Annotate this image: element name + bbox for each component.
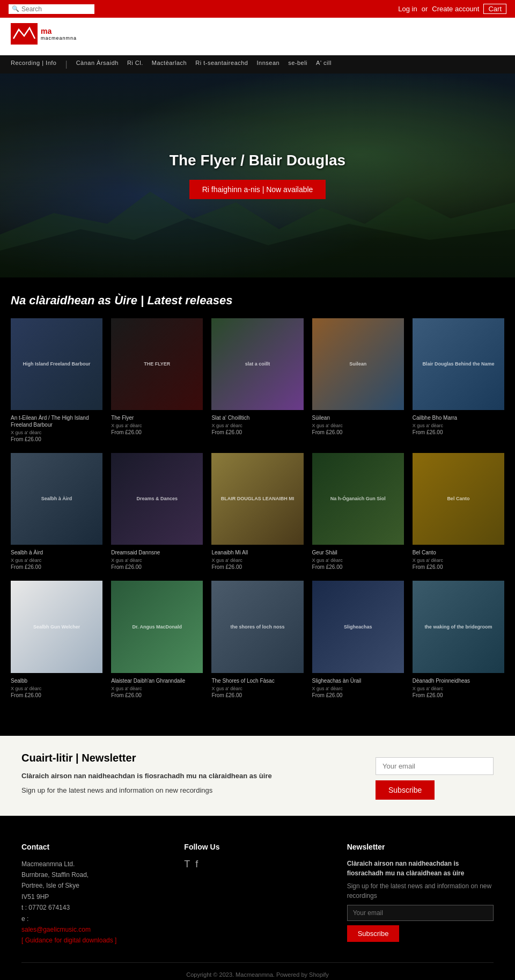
product-card[interactable]: Na h-Óganaich Gun SiolGeur ShàilX gus a'…: [312, 453, 404, 570]
products-grid-row3: Sealbh Gun WelcherSealbbX gus a' dèarcFr…: [11, 581, 504, 698]
nav-separator-1: |: [65, 60, 67, 69]
hero-section: The Flyer / Blair Douglas Ri fhaighinn a…: [0, 74, 515, 277]
footer-contact-heading: Contact: [21, 843, 168, 851]
footer-address1: Burnbrae, Staffin Road,: [21, 869, 168, 880]
newsletter-mid-title: Cuairt-litir | Newsletter: [21, 752, 272, 764]
product-image: the waking of the bridegroom: [413, 581, 504, 672]
logo-box: [11, 23, 38, 45]
product-card[interactable]: Bel CantoBel CantoX gus a' dèarcFrom £26…: [413, 453, 504, 570]
product-card[interactable]: the waking of the bridegroomDèanadh Proi…: [413, 581, 504, 698]
products-grid-row2: Sealbh à ÀirdSealbh à ÀirdX gus a' dèarc…: [11, 453, 504, 570]
nav-item-mactearlach[interactable]: Mactèarlach: [152, 60, 187, 69]
product-meta: X gus a' dèarc: [11, 558, 102, 563]
hero-title: The Flyer / Blair Douglas: [170, 152, 345, 169]
product-meta: X gus a' dèarc: [211, 423, 303, 428]
product-meta: X gus a' dèarc: [11, 430, 102, 435]
product-image: Sligheachas: [312, 581, 404, 672]
product-card[interactable]: SuileanSùileanX gus a' dèarcFrom £26.00: [312, 318, 404, 442]
product-meta: X gus a' dèarc: [211, 686, 303, 691]
product-card[interactable]: THE FLYERThe FlyerX gus a' dèarcFrom £26…: [111, 318, 203, 442]
twitter-icon[interactable]: T: [184, 859, 190, 870]
footer-email: e : sales@gaelicmusic.com: [21, 913, 168, 935]
product-name: Dreamsaid Dannsne: [111, 549, 203, 556]
product-card[interactable]: Sealbh Gun WelcherSealbbX gus a' dèarcFr…: [11, 581, 102, 698]
product-card[interactable]: Dreams & DancesDreamsaid DannsneX gus a'…: [111, 453, 203, 570]
product-name: Alaistear Daibh'an Ghranndaile: [111, 677, 203, 684]
footer-follow: Follow Us T f: [184, 843, 330, 946]
nav-item-canan[interactable]: Cànan Àrsaidh: [76, 60, 119, 69]
footer-digital-link[interactable]: [ Guidance for digital downloads ]: [21, 935, 168, 946]
footer-contact: Contact Macmeanmna Ltd. Burnbrae, Staffi…: [21, 843, 168, 946]
product-price: From £26.00: [111, 429, 203, 435]
newsletter-mid-text: Cuairt-litir | Newsletter Clàraich airso…: [21, 752, 272, 796]
main-nav: Recording | Info | Cànan Àrsaidh Ri Cl. …: [0, 55, 515, 74]
product-name: Sùilean: [312, 414, 404, 421]
search-form[interactable]: 🔍: [9, 4, 94, 14]
product-name: An t-Eilean Àrd / The High Island Freela…: [11, 414, 102, 428]
product-card[interactable]: Sealbh à ÀirdSealbh à ÀirdX gus a' dèarc…: [11, 453, 102, 570]
product-meta: X gus a' dèarc: [312, 558, 404, 563]
newsletter-mid-subscribe-button[interactable]: Subscribe: [376, 780, 435, 800]
product-meta: X gus a' dèarc: [312, 423, 404, 428]
product-name: The Shores of Loch Fàsac: [211, 677, 303, 684]
footer-email-link[interactable]: sales@gaelicmusic.com: [21, 924, 168, 935]
search-input[interactable]: [21, 5, 91, 13]
cart-button[interactable]: Cart: [483, 4, 506, 14]
product-card[interactable]: Blair Douglas Behind the NameCailbhe Bho…: [413, 318, 504, 442]
product-price: From £26.00: [211, 692, 303, 698]
product-card[interactable]: slat a coilltSlat a' ChoilltichX gus a' …: [211, 318, 303, 442]
nav-item-ri-cl[interactable]: Ri Cl.: [127, 60, 143, 69]
social-icons: T f: [184, 859, 330, 870]
footer-newsletter-email-input[interactable]: [347, 905, 494, 921]
product-image: BLAIR DOUGLAS LEANAIBH MI: [211, 453, 303, 545]
footer-follow-heading: Follow Us: [184, 843, 330, 851]
footer-newsletter-subscribe-button[interactable]: Subscribe: [347, 925, 400, 942]
footer-bottom: Copyright © 2023. Macmeanmna. Powered by…: [21, 962, 494, 980]
product-meta: X gus a' dèarc: [413, 558, 504, 563]
footer-address2: Portree, Isle of Skye: [21, 880, 168, 891]
nav-item-recording[interactable]: Recording | Info: [11, 60, 56, 69]
login-link[interactable]: Log in: [398, 5, 417, 13]
product-image: Dr. Angus MacDonald: [111, 581, 203, 672]
product-name: Cailbhe Bho Marra: [413, 414, 504, 421]
logo-svg: [11, 25, 38, 42]
product-price: From £26.00: [11, 564, 102, 570]
nav-item-se-beli[interactable]: se-beli: [288, 60, 307, 69]
search-icon: 🔍: [12, 5, 19, 12]
footer-newsletter-english: Sign up for the latest news and informat…: [347, 881, 494, 901]
facebook-icon[interactable]: f: [195, 859, 198, 870]
product-name: Sealbh à Àird: [11, 549, 102, 556]
product-name: Dèanadh Proinneidheas: [413, 677, 504, 684]
product-price: From £26.00: [11, 436, 102, 442]
product-name: Bel Canto: [413, 549, 504, 556]
product-meta: X gus a' dèarc: [11, 686, 102, 691]
product-price: From £26.00: [211, 429, 303, 435]
product-card[interactable]: BLAIR DOUGLAS LEANAIBH MILeanaibh Mi All…: [211, 453, 303, 570]
nav-item-a-cill[interactable]: A' cill: [316, 60, 332, 69]
product-card[interactable]: High Island Freeland BarbourAn t-Eilean …: [11, 318, 102, 442]
product-name: Sligheachas àn Ùrail: [312, 677, 404, 684]
product-price: From £26.00: [111, 564, 203, 570]
footer-newsletter-gaelic: Clàraich airson nan naidheachdan is fios…: [347, 859, 494, 878]
nav-item-innsean[interactable]: Innsean: [257, 60, 280, 69]
hero-content: The Flyer / Blair Douglas Ri fhaighinn a…: [170, 152, 345, 199]
product-image: High Island Freeland Barbour: [11, 318, 102, 410]
product-image: Na h-Óganaich Gun Siol: [312, 453, 404, 545]
or-text: or: [422, 5, 428, 13]
product-card[interactable]: SligheachasSligheachas àn ÙrailX gus a' …: [312, 581, 404, 698]
create-account-link[interactable]: Create account: [432, 5, 479, 13]
product-price: From £26.00: [413, 692, 504, 698]
product-card[interactable]: Dr. Angus MacDonaldAlaistear Daibh'an Gh…: [111, 581, 203, 698]
product-meta: X gus a' dèarc: [111, 423, 203, 428]
footer-newsletter-heading: Newsletter: [347, 843, 494, 851]
product-card[interactable]: the shores of loch nossThe Shores of Loc…: [211, 581, 303, 698]
footer-newsletter: Newsletter Clàraich airson nan naidheach…: [347, 843, 494, 946]
logo[interactable]: ma macmeanmna: [11, 23, 70, 50]
section-title: Na clàraidhean as Ùire | Latest releases: [11, 294, 504, 308]
product-image: THE FLYER: [111, 318, 203, 410]
nav-item-ri-t[interactable]: Ri t-seantaireachd: [195, 60, 248, 69]
hero-cta-button[interactable]: Ri fhaighinn a-nis | Now available: [189, 180, 326, 199]
product-meta: X gus a' dèarc: [312, 686, 404, 691]
product-name: Leanaibh Mi All: [211, 549, 303, 556]
newsletter-mid-email-input[interactable]: [376, 757, 494, 775]
